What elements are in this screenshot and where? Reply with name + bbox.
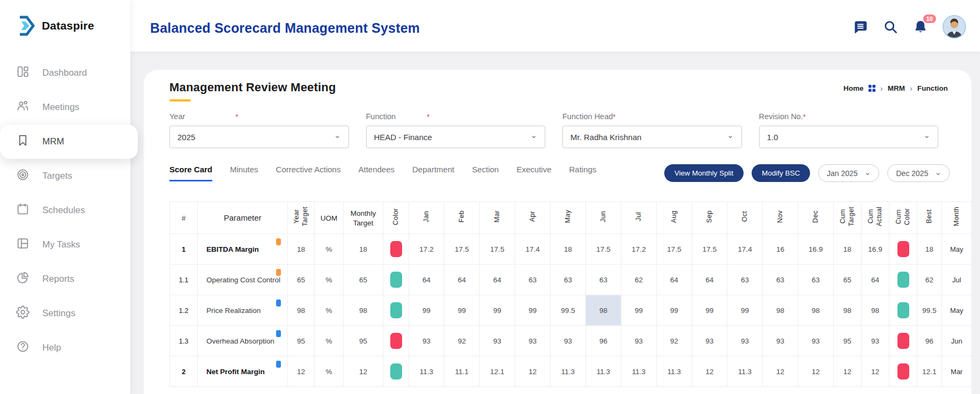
month-value[interactable]: 63: [727, 265, 763, 295]
month-value[interactable]: 17.2: [409, 234, 444, 265]
month-value[interactable]: 18: [551, 234, 586, 265]
month-value[interactable]: 63: [551, 265, 586, 295]
search-icon[interactable]: [882, 19, 899, 35]
month-value[interactable]: 99: [692, 295, 727, 326]
month-value[interactable]: 11.3: [657, 356, 692, 387]
chat-icon[interactable]: [852, 19, 868, 35]
month-value[interactable]: 17.5: [444, 234, 480, 265]
month-value[interactable]: 93: [480, 326, 515, 356]
avatar[interactable]: [942, 15, 966, 39]
bookmark-icon: [16, 134, 29, 150]
month-value[interactable]: 64: [409, 265, 444, 295]
sidebar-item-meetings[interactable]: Meetings: [0, 90, 130, 125]
month-value[interactable]: 63: [763, 265, 798, 295]
cum-actual: 12: [862, 356, 889, 387]
breadcrumb-item-home[interactable]: Home: [843, 84, 864, 92]
sidebar-item-mytasks[interactable]: My Tasks: [0, 228, 130, 262]
month-value[interactable]: 62: [621, 265, 657, 295]
month-value[interactable]: 11.3: [409, 356, 444, 387]
tab-corrective-actions[interactable]: Corrective Actions: [276, 165, 341, 181]
sidebar-item-mrm[interactable]: MRM: [0, 125, 138, 159]
month-value[interactable]: 12.1: [480, 356, 515, 387]
filter-select-function-head[interactable]: Mr. Radha Krishnan⌄: [562, 126, 742, 148]
breadcrumb-item-mrm[interactable]: MRM: [888, 84, 905, 92]
month-value[interactable]: 17.5: [586, 234, 621, 265]
month-value[interactable]: 11.3: [621, 356, 657, 387]
month-value[interactable]: 92: [444, 326, 480, 356]
month-value[interactable]: 17.5: [657, 234, 692, 265]
uom: %: [315, 356, 344, 387]
month-value[interactable]: 93: [551, 326, 586, 356]
month-value[interactable]: 93: [621, 326, 657, 356]
month-value[interactable]: 99: [515, 295, 551, 326]
month-value[interactable]: 63: [586, 265, 621, 295]
month-value[interactable]: 17.5: [692, 234, 727, 265]
sidebar-item-settings[interactable]: Settings: [0, 296, 130, 331]
bell-icon[interactable]: 10: [912, 19, 929, 35]
month-value[interactable]: 17.2: [621, 234, 657, 265]
month-value[interactable]: 99: [409, 295, 444, 326]
filter-select-function[interactable]: HEAD - Finance⌄: [366, 126, 546, 148]
month-value[interactable]: 11.3: [727, 356, 763, 387]
pie-chart-icon: [16, 271, 29, 287]
month-value[interactable]: 98: [586, 295, 621, 326]
month-value[interactable]: 92: [657, 326, 692, 356]
tab-ratings[interactable]: Ratings: [569, 165, 597, 181]
month-value[interactable]: 99: [480, 295, 515, 326]
month-value[interactable]: 64: [657, 265, 692, 295]
table-row: 1EBITDA Margin18%1817.217.517.517.41817.…: [170, 234, 972, 265]
tab-minutes[interactable]: Minutes: [230, 165, 258, 181]
month-value[interactable]: 98: [763, 295, 798, 326]
parameter-name: Operating Cost Control: [198, 265, 288, 295]
month-value[interactable]: 63: [515, 265, 551, 295]
filter-select-revision-no[interactable]: 1.0⌄: [759, 126, 939, 148]
month-value[interactable]: 11.3: [551, 356, 586, 387]
month-value[interactable]: 99: [657, 295, 692, 326]
month-value[interactable]: 17.4: [515, 234, 551, 265]
month-value[interactable]: 93: [798, 326, 834, 356]
month-value[interactable]: 93: [409, 326, 444, 356]
tab-section[interactable]: Section: [472, 165, 499, 181]
month-value[interactable]: 64: [692, 265, 727, 295]
month-value[interactable]: 12: [515, 356, 551, 387]
sidebar-item-help[interactable]: Help: [0, 331, 130, 365]
range-to-select[interactable]: Dec 2025 ⌄: [887, 164, 950, 182]
range-from-select[interactable]: Jan 2025 ⌄: [818, 164, 879, 182]
month-value[interactable]: 99: [621, 295, 657, 326]
sidebar-item-schedules[interactable]: Schedules: [0, 193, 130, 228]
view-monthly-split-button[interactable]: View Monthly Split: [664, 164, 744, 182]
month-value[interactable]: 11.1: [444, 356, 480, 387]
month-value[interactable]: 93: [763, 326, 798, 356]
month-value[interactable]: 93: [727, 326, 763, 356]
month-value[interactable]: 64: [480, 265, 515, 295]
tab-department[interactable]: Department: [412, 165, 454, 181]
month-value[interactable]: 63: [798, 265, 834, 295]
month-value[interactable]: 12: [692, 356, 727, 387]
column-header: Jul: [621, 202, 657, 234]
month-value[interactable]: 12: [798, 356, 834, 387]
breadcrumb-item-function[interactable]: Function: [917, 84, 948, 92]
filter-select-year[interactable]: 2025⌄: [169, 126, 349, 148]
month-value[interactable]: 93: [515, 326, 551, 356]
cum-color-chip: [897, 272, 909, 288]
month-value[interactable]: 96: [586, 326, 621, 356]
month-value[interactable]: 17.4: [727, 234, 763, 265]
month-value[interactable]: 98: [798, 295, 834, 326]
sidebar-item-targets[interactable]: Targets: [0, 159, 130, 193]
month-value[interactable]: 16: [763, 234, 798, 265]
month-value[interactable]: 99.5: [551, 295, 586, 326]
month-value[interactable]: 11.3: [586, 356, 621, 387]
month-value[interactable]: 64: [444, 265, 480, 295]
month-value[interactable]: 17.5: [480, 234, 515, 265]
tab-attendees[interactable]: Attendees: [358, 165, 395, 181]
month-value[interactable]: 16.9: [798, 234, 834, 265]
modify-bsc-button[interactable]: Modify BSC: [752, 164, 810, 182]
sidebar-item-dashboard[interactable]: Dashboard: [0, 56, 130, 90]
month-value[interactable]: 12: [763, 356, 798, 387]
tab-executive[interactable]: Executive: [516, 165, 551, 181]
sidebar-item-reports[interactable]: Reports: [0, 262, 130, 296]
month-value[interactable]: 93: [692, 326, 727, 356]
month-value[interactable]: 99: [444, 295, 480, 326]
month-value[interactable]: 99: [727, 295, 763, 326]
tab-score-card[interactable]: Score Card: [169, 165, 212, 181]
